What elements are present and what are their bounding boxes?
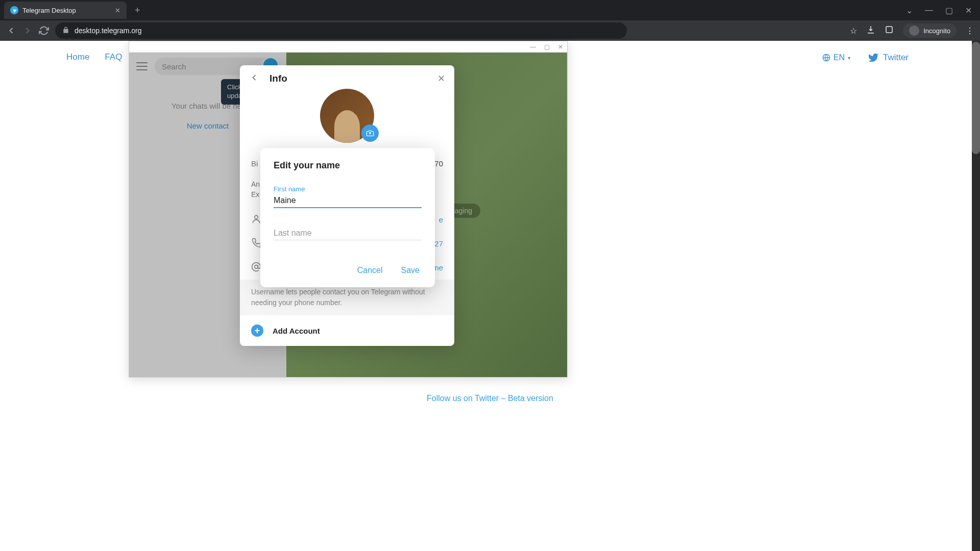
incognito-label: Incognito — [923, 27, 950, 35]
url-field[interactable]: desktop.telegram.org — [55, 22, 627, 39]
minimize-icon[interactable]: ― — [925, 6, 933, 15]
phone-partial: 70 — [434, 159, 443, 168]
globe-icon — [822, 54, 830, 62]
page-scrollbar[interactable] — [972, 41, 980, 551]
address-bar: desktop.telegram.org ☆ Incognito ⋮ — [0, 20, 980, 41]
first-name-input[interactable] — [274, 194, 422, 208]
close-window-icon[interactable]: ✕ — [965, 6, 972, 15]
site-nav-left: Home FAQ — [66, 52, 122, 62]
phone-value-partial: 27 — [434, 239, 443, 248]
nav-faq[interactable]: FAQ — [105, 52, 122, 62]
chevron-down-icon: ▾ — [848, 55, 850, 61]
url-text: desktop.telegram.org — [75, 27, 142, 35]
twitter-icon — [868, 52, 879, 63]
lock-icon — [62, 27, 69, 35]
language-label: EN — [834, 53, 845, 62]
chevron-down-icon[interactable]: ⌄ — [906, 6, 913, 15]
browser-tab[interactable]: Telegram Desktop ✕ — [4, 2, 127, 19]
footer-link[interactable]: Follow us on Twitter – Beta version — [427, 394, 553, 403]
save-button[interactable]: Save — [399, 263, 422, 278]
app-close-icon[interactable]: ✕ — [558, 43, 563, 51]
svg-point-2 — [255, 216, 258, 219]
page-content: Home FAQ EN ▾ Twitter ― ▢ ✕ Search — [0, 41, 980, 551]
maximize-icon[interactable]: ▢ — [945, 6, 953, 15]
incognito-icon — [909, 26, 919, 36]
add-account-label: Add Account — [273, 327, 320, 335]
reload-button[interactable] — [39, 26, 49, 36]
downloads-icon[interactable] — [866, 25, 875, 36]
plus-icon: + — [251, 324, 263, 337]
incognito-badge[interactable]: Incognito — [903, 23, 957, 38]
kebab-menu-icon[interactable]: ⋮ — [966, 26, 974, 36]
cancel-button[interactable]: Cancel — [355, 263, 385, 278]
app-titlebar: ― ▢ ✕ — [129, 41, 567, 53]
telegram-favicon-icon — [10, 6, 18, 14]
svg-point-3 — [255, 265, 258, 269]
camera-icon — [366, 129, 374, 137]
svg-rect-0 — [886, 27, 892, 33]
app-minimize-icon[interactable]: ― — [530, 43, 536, 51]
bio-label-partial: Bi — [251, 159, 258, 168]
scrollbar-thumb[interactable] — [972, 42, 980, 154]
close-icon[interactable]: ✕ — [437, 73, 445, 84]
first-name-label: First name — [274, 185, 422, 193]
edit-modal-title: Edit your name — [274, 160, 422, 171]
star-icon[interactable]: ☆ — [850, 26, 857, 36]
app-maximize-icon[interactable]: ▢ — [544, 43, 550, 51]
new-tab-button[interactable]: + — [131, 3, 144, 18]
language-selector[interactable]: EN ▾ — [822, 53, 850, 62]
tab-bar: Telegram Desktop ✕ + ⌄ ― ▢ ✕ — [0, 0, 980, 20]
window-controls: ⌄ ― ▢ ✕ — [906, 6, 980, 15]
username-action-partial: e — [439, 215, 443, 224]
edit-name-modal: Edit your name First name Cancel Save — [260, 148, 435, 287]
twitter-link[interactable]: Twitter — [868, 52, 909, 63]
tab-close-icon[interactable]: ✕ — [115, 7, 120, 14]
extensions-icon[interactable] — [885, 25, 894, 36]
forward-button[interactable] — [22, 26, 33, 36]
back-icon[interactable] — [249, 72, 259, 85]
nav-home[interactable]: Home — [66, 52, 89, 62]
back-button[interactable] — [6, 26, 16, 36]
site-nav-right: EN ▾ Twitter — [822, 52, 909, 63]
add-account-button[interactable]: + Add Account — [240, 315, 454, 346]
tab-title: Telegram Desktop — [22, 7, 76, 14]
twitter-label: Twitter — [883, 53, 909, 63]
last-name-input[interactable] — [274, 227, 422, 240]
change-photo-button[interactable] — [361, 124, 379, 142]
browser-chrome: Telegram Desktop ✕ + ⌄ ― ▢ ✕ desktop.tel… — [0, 0, 980, 41]
info-panel-title: Info — [270, 73, 287, 84]
